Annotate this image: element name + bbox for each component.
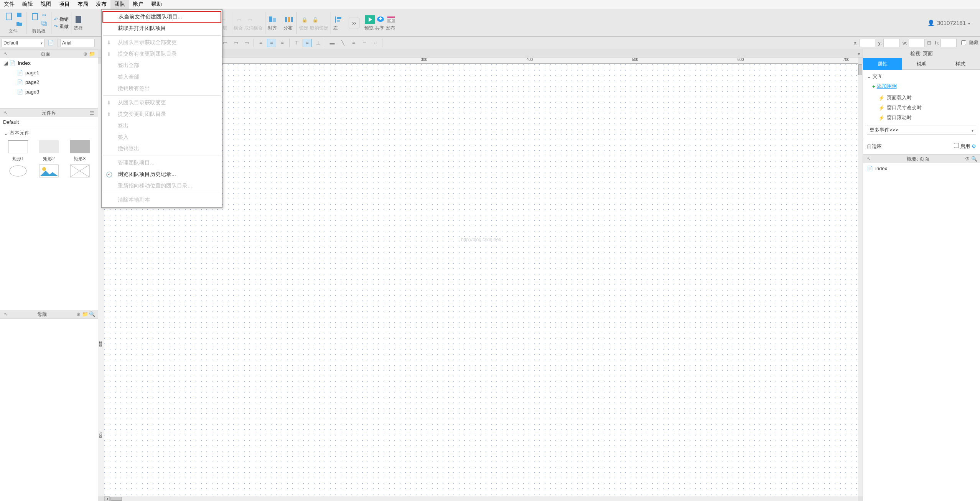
more-events-dropdown[interactable]: 更多事件>>> xyxy=(867,125,976,135)
widget-rect3[interactable]: 矩形3 xyxy=(66,140,94,162)
collapse-icon[interactable]: ↖ xyxy=(865,156,872,163)
halign-left-icon[interactable]: ≡ xyxy=(256,39,265,47)
page-row-index[interactable]: ◢📄index xyxy=(0,58,98,68)
valign-top-icon[interactable]: ⊤ xyxy=(292,39,301,47)
preview-icon[interactable] xyxy=(364,14,375,25)
style-edit-icon[interactable]: 📄 xyxy=(46,39,55,47)
widget-rect2[interactable]: 矩形2 xyxy=(35,140,63,162)
dl-icon: ⬇ xyxy=(105,39,112,46)
menu-help[interactable]: 帮助 xyxy=(147,0,166,9)
event-window-resize[interactable]: ⚡窗口尺寸改变时 xyxy=(867,103,976,113)
save-icon[interactable] xyxy=(15,11,23,19)
rect-tool3-icon[interactable]: ▭ xyxy=(242,39,251,47)
link-wh-icon[interactable]: ⊟ xyxy=(927,40,931,46)
team-menu-item[interactable]: 🕘浏览团队项目历史记录... xyxy=(102,169,222,180)
y-input[interactable] xyxy=(883,39,899,47)
menu-account[interactable]: 帐户 xyxy=(129,0,147,9)
menu-project[interactable]: 项目 xyxy=(55,0,74,9)
line-icon[interactable]: ╲ xyxy=(338,39,348,47)
interactions-section[interactable]: ⌄交互 xyxy=(867,73,976,80)
user-menu[interactable]: 👤 301072181 xyxy=(927,20,978,26)
scrollbar-vertical[interactable] xyxy=(858,64,863,496)
team-menu-item[interactable]: 从当前文件创建团队项目... xyxy=(102,11,221,23)
fill-icon[interactable]: ▬ xyxy=(328,39,337,47)
search-icon[interactable]: 🔍 xyxy=(971,156,978,163)
undo-icon[interactable]: ↶ xyxy=(54,16,58,22)
more-tools-icon[interactable]: ›› xyxy=(349,18,359,28)
valign-bot-icon[interactable]: ⊥ xyxy=(313,39,323,47)
lock-icon[interactable]: 🔒 xyxy=(299,14,310,25)
add-page-icon[interactable]: ⊕ xyxy=(82,51,89,57)
adaptive-settings-icon[interactable]: ⚙ xyxy=(972,143,976,149)
menu-edit[interactable]: 编辑 xyxy=(18,0,37,9)
library-filter[interactable]: Default xyxy=(0,117,98,127)
tab-properties[interactable]: 属性 xyxy=(863,58,902,70)
redo-icon[interactable]: ↷ xyxy=(54,24,58,30)
collapse-icon[interactable]: ↖ xyxy=(2,51,9,57)
widget-image[interactable] xyxy=(35,164,63,177)
add-master-icon[interactable]: ⊕ xyxy=(75,311,82,318)
add-master-folder-icon[interactable]: 📁 xyxy=(82,311,89,318)
unlock-icon[interactable]: 🔓 xyxy=(310,14,321,25)
inspector-header: 检视: 页面 xyxy=(863,49,980,58)
menu-file[interactable]: 文件 xyxy=(0,0,18,9)
page-row-page1[interactable]: 📄page1 xyxy=(0,68,98,77)
svg-rect-3 xyxy=(34,13,36,14)
hide-checkbox[interactable] xyxy=(961,40,966,45)
scrollbar-horizontal[interactable]: ◂ xyxy=(104,496,858,501)
align-left-icon[interactable] xyxy=(333,14,344,25)
align-icon[interactable] xyxy=(268,14,278,25)
library-category[interactable]: ⌄基本元件 xyxy=(0,127,98,139)
collapse-icon[interactable]: ↖ xyxy=(2,110,9,117)
svg-point-18 xyxy=(10,166,26,176)
tabstrip-dropdown-icon[interactable]: ▾ xyxy=(855,50,863,57)
lineweight-icon[interactable]: ≡ xyxy=(349,39,358,47)
event-page-load[interactable]: ⚡页面载入时 xyxy=(867,93,976,103)
outline-row-index[interactable]: 📄index xyxy=(863,163,980,174)
distribute-icon[interactable] xyxy=(283,14,294,25)
search-master-icon[interactable]: 🔍 xyxy=(89,311,96,318)
x-input[interactable] xyxy=(859,39,875,47)
filter-icon[interactable]: ⚗ xyxy=(964,156,971,163)
tab-notes[interactable]: 说明 xyxy=(902,58,941,70)
h-input[interactable] xyxy=(940,39,957,47)
valign-mid-icon[interactable]: ≡ xyxy=(303,39,312,47)
cut-icon[interactable]: ✂ xyxy=(40,11,48,19)
paste-icon[interactable] xyxy=(30,11,40,22)
adaptive-checkbox[interactable] xyxy=(954,143,959,148)
page-row-page2[interactable]: 📄page2 xyxy=(0,77,98,87)
event-window-scroll[interactable]: ⚡窗口滚动时 xyxy=(867,113,976,123)
selection-mode-icon[interactable] xyxy=(74,14,84,25)
rect-tool2-icon[interactable]: ▭ xyxy=(231,39,240,47)
add-case-link[interactable]: +添加用例 xyxy=(872,83,976,90)
copy-icon[interactable] xyxy=(40,20,48,27)
collapse-icon[interactable]: ↖ xyxy=(2,311,9,318)
style-dropdown[interactable]: Default xyxy=(2,39,44,47)
ungroup-icon[interactable]: ▭ xyxy=(244,14,255,25)
tab-style[interactable]: 样式 xyxy=(941,58,980,70)
arrow-icon[interactable]: ↔ xyxy=(371,39,380,47)
widget-ellipse[interactable] xyxy=(4,164,32,177)
menu-layout[interactable]: 布局 xyxy=(74,0,92,9)
halign-right-icon[interactable]: ≡ xyxy=(278,39,287,47)
font-dropdown[interactable]: Arial xyxy=(60,39,95,47)
menu-publish[interactable]: 发布 xyxy=(92,0,110,9)
widget-placeholder[interactable] xyxy=(66,164,94,177)
page-row-page3[interactable]: 📄page3 xyxy=(0,87,98,97)
publish-icon[interactable] xyxy=(386,14,397,25)
halign-center-icon[interactable]: ≡ xyxy=(267,39,276,47)
widget-rect1[interactable]: 矩形1 xyxy=(4,140,32,162)
undo-label: 撤销 xyxy=(59,16,69,23)
add-folder-icon[interactable]: 📁 xyxy=(89,51,96,57)
team-menu-item[interactable]: 获取并打开团队项目 xyxy=(102,23,222,34)
menu-view[interactable]: 视图 xyxy=(37,0,55,9)
new-file-icon[interactable] xyxy=(4,11,15,22)
svg-rect-2 xyxy=(32,13,38,20)
library-menu-icon[interactable]: ☰ xyxy=(89,110,96,117)
open-icon[interactable] xyxy=(15,20,23,27)
w-input[interactable] xyxy=(909,39,925,47)
menu-team[interactable]: 团队 xyxy=(110,0,129,9)
group-icon[interactable]: ▭ xyxy=(234,14,244,25)
share-icon[interactable] xyxy=(375,14,386,25)
linestyle-icon[interactable]: ┄ xyxy=(360,39,369,47)
